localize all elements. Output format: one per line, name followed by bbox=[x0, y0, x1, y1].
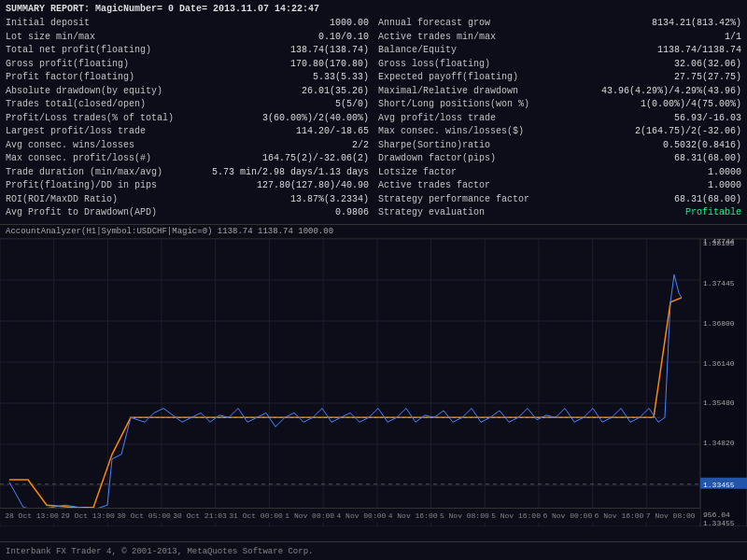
stat-value: 13.87%(3.2334) bbox=[290, 193, 369, 207]
stat-row: Largest profit/loss trade114.20/-18.65 bbox=[6, 125, 369, 139]
svg-text:1.34820: 1.34820 bbox=[703, 439, 735, 447]
svg-text:1.47744: 1.47744 bbox=[703, 239, 735, 245]
svg-text:1.33455: 1.33455 bbox=[703, 519, 735, 526]
chart-header: AccountAnalyzer(H1|Symbol:USDCHF|Magic=0… bbox=[0, 225, 747, 239]
stat-label: Profit(floating)/DD in pips bbox=[6, 179, 157, 193]
stat-value: 1.0000 bbox=[708, 179, 741, 193]
stat-row: Expected payoff(floating)27.75(27.75) bbox=[378, 71, 741, 85]
svg-text:1.36140: 1.36140 bbox=[703, 358, 735, 367]
time-label: 6 Nov 00:00 bbox=[543, 511, 592, 520]
stat-row: Balance/Equity1138.74/1138.74 bbox=[378, 44, 741, 58]
stat-row: ROI(ROI/MaxDD Ratio)13.87%(3.2334) bbox=[6, 193, 369, 207]
stat-value: 0.9806 bbox=[335, 206, 369, 220]
stat-value: 3(60.00%)/2(40.00%) bbox=[262, 112, 369, 126]
stat-value: 2/2 bbox=[352, 139, 369, 153]
stat-label: Total net profit(floating) bbox=[6, 44, 151, 58]
stat-row: Initial deposit1000.00 bbox=[6, 17, 369, 31]
stat-row: Lot size min/max0.10/0.10 bbox=[6, 31, 369, 45]
stat-row: Active trades factor1.0000 bbox=[378, 179, 741, 193]
stat-value: 43.96(4.29%)/4.29%(43.96) bbox=[601, 85, 741, 99]
stat-label: Active trades min/max bbox=[378, 31, 496, 45]
stat-value: 1/1 bbox=[725, 31, 741, 45]
stat-value: 2(164.75)/2(-32.06) bbox=[635, 125, 741, 139]
stat-row: Absolute drawdown(by equity)26.01(35.26) bbox=[6, 85, 369, 99]
stat-value: 127.80(127.80)/40.90 bbox=[257, 179, 369, 193]
stat-label: Expected payoff(floating) bbox=[378, 71, 518, 85]
stat-row: Strategy performance factor68.31(68.00) bbox=[378, 193, 741, 207]
stat-label: Avg profit/loss trade bbox=[378, 112, 496, 126]
stat-row: Strategy evaluationProfitable bbox=[378, 206, 741, 220]
stat-value: 27.75(27.75) bbox=[674, 71, 741, 85]
stat-value: 170.80(170.80) bbox=[290, 58, 369, 72]
stats-grid: Initial deposit1000.00Lot size min/max0.… bbox=[6, 17, 741, 220]
stat-label: Profit/Loss trades(% of total) bbox=[6, 112, 174, 126]
stat-row: Avg consec. wins/losses2/2 bbox=[6, 139, 369, 153]
stat-label: Strategy evaluation bbox=[378, 206, 485, 220]
stat-label: Annual forecast grow bbox=[378, 17, 490, 31]
time-label: 30 Oct 05:00 bbox=[117, 511, 171, 520]
svg-text:1.37445: 1.37445 bbox=[703, 278, 735, 287]
stat-label: Trades total(closed/open) bbox=[6, 98, 146, 112]
stat-label: Max consec. wins/losses($) bbox=[378, 125, 524, 139]
svg-rect-0 bbox=[0, 239, 747, 526]
stat-label: Active trades factor bbox=[378, 179, 490, 193]
stat-label: Sharpe(Sortino)ratio bbox=[378, 139, 490, 153]
chart-svg: 1.381051.374451.368001.361401.354801.348… bbox=[0, 239, 747, 526]
stats-right-col: Annual forecast grow8134.21(813.42%)Acti… bbox=[378, 17, 741, 220]
stat-label: Short/Long positions(won %) bbox=[378, 98, 529, 112]
stat-value: 1(0.00%)/4(75.00%) bbox=[641, 98, 741, 112]
svg-text:1.36800: 1.36800 bbox=[703, 318, 735, 327]
stat-value: 68.31(68.00) bbox=[674, 193, 741, 207]
time-label: 5 Nov 08:00 bbox=[440, 511, 489, 520]
stat-row: Trades total(closed/open)5(5/0) bbox=[6, 98, 369, 112]
stat-value: 56.93/-16.03 bbox=[674, 112, 741, 126]
stat-value: 5.73 min/2.98 days/1.13 days bbox=[212, 166, 369, 180]
time-label: 29 Oct 13:00 bbox=[61, 511, 115, 520]
stat-value: 0.5032(0.8416) bbox=[663, 139, 741, 153]
stats-left-col: Initial deposit1000.00Lot size min/max0.… bbox=[6, 17, 369, 220]
stat-row: Profit factor(floating)5.33(5.33) bbox=[6, 71, 369, 85]
time-label: 4 Nov 16:00 bbox=[388, 511, 438, 520]
main-container: SUMMARY REPORT: MagicNumber= 0 Date= 201… bbox=[0, 0, 747, 560]
svg-text:956.04: 956.04 bbox=[703, 511, 730, 519]
time-label: 31 Oct 00:00 bbox=[229, 511, 283, 520]
time-label: 4 Nov 00:00 bbox=[337, 511, 387, 520]
time-label: 5 Nov 16:00 bbox=[491, 511, 541, 520]
stat-label: Trade duration (min/max/avg) bbox=[6, 166, 162, 180]
svg-text:1.35480: 1.35480 bbox=[703, 399, 735, 407]
stat-value: 5.33(5.33) bbox=[313, 71, 369, 85]
stat-row: Avg Profit to Drawdown(APD)0.9806 bbox=[6, 206, 369, 220]
stat-value: 8134.21(813.42%) bbox=[652, 17, 741, 31]
stat-value: 0.10/0.10 bbox=[318, 31, 369, 45]
time-label: 6 Nov 16:00 bbox=[595, 511, 644, 520]
stat-label: Max consec. profit/loss(#) bbox=[6, 152, 151, 166]
stat-value: 114.20/-18.65 bbox=[296, 125, 369, 139]
stat-label: Gross loss(floating) bbox=[378, 58, 490, 72]
stat-label: Largest profit/loss trade bbox=[6, 125, 146, 139]
stat-row: Sharpe(Sortino)ratio0.5032(0.8416) bbox=[378, 139, 741, 153]
stat-row: Avg profit/loss trade56.93/-16.03 bbox=[378, 112, 741, 126]
stat-label: Initial deposit bbox=[6, 17, 90, 31]
footer-text: Interbank FX Trader 4, © 2001-2013, Meta… bbox=[6, 547, 313, 556]
time-label: 1 Nov 00:00 bbox=[285, 511, 334, 520]
stat-row: Short/Long positions(won %)1(0.00%)/4(75… bbox=[378, 98, 741, 112]
stat-row: Gross loss(floating)32.06(32.06) bbox=[378, 58, 741, 72]
chart-area[interactable]: 1.381051.374451.368001.361401.354801.348… bbox=[0, 239, 747, 526]
stat-label: Absolute drawdown(by equity) bbox=[6, 85, 162, 99]
svg-text:1.33455: 1.33455 bbox=[703, 480, 735, 488]
stat-value: 1000.00 bbox=[330, 17, 369, 31]
stat-row: Trade duration (min/max/avg)5.73 min/2.9… bbox=[6, 166, 369, 180]
stat-label: Drawdown factor(pips) bbox=[378, 152, 496, 166]
stat-label: Avg consec. wins/losses bbox=[6, 139, 134, 153]
stat-value: 164.75(2)/-32.06(2) bbox=[262, 152, 369, 166]
stat-label: Maximal/Relative drawdown bbox=[378, 85, 518, 99]
stat-value: 32.06(32.06) bbox=[674, 58, 741, 72]
time-label: 30 Oct 21:03 bbox=[173, 511, 227, 520]
time-label: 28 Oct 13:00 bbox=[5, 511, 59, 520]
stat-row: Annual forecast grow8134.21(813.42%) bbox=[378, 17, 741, 31]
stat-value: 138.74(138.74) bbox=[290, 44, 369, 58]
stat-label: Balance/Equity bbox=[378, 44, 457, 58]
stat-value: Profitable bbox=[685, 206, 741, 220]
stat-value: 1.0000 bbox=[708, 166, 741, 180]
stat-row: Lotsize factor1.0000 bbox=[378, 166, 741, 180]
